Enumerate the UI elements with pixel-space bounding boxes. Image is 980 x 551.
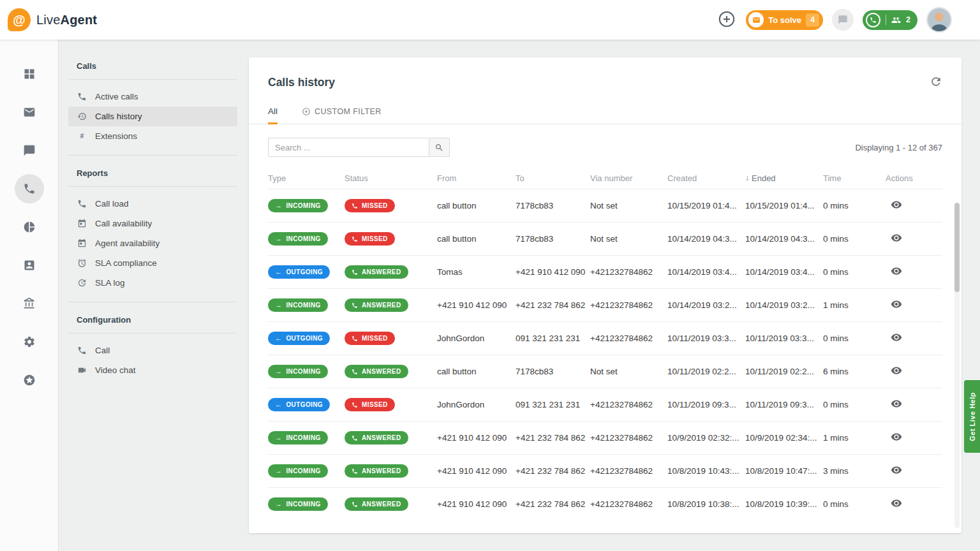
sidebar-item-call-load[interactable]: Call load [68,194,237,214]
created-cell: 10/15/2019 01:4... [667,201,745,210]
via-number-cell: +421232784862 [590,334,667,343]
column-header-type[interactable]: Type [268,173,345,183]
phone-icon [866,13,880,27]
status-cell: ANSWERED [345,431,437,444]
ended-cell: 10/15/2019 01:4... [745,201,823,210]
view-call-button[interactable] [889,330,903,346]
rail-item-pie[interactable] [0,208,59,246]
type-badge: ←OUTGOING [268,332,330,345]
view-call-button[interactable] [889,430,903,446]
sidebar-item-label: SLA log [95,278,125,288]
sidebar-item-call-availability[interactable]: Call availability [68,214,237,233]
add-new-button[interactable] [716,10,737,30]
call-row[interactable]: →INCOMINGMISSEDcall button7178cb83Not se… [268,222,942,255]
to-solve-button[interactable]: To solve 4 [746,10,823,30]
column-header-ended[interactable]: ↓Ended [745,173,823,183]
video-icon [77,365,87,375]
via-number-cell: +421232784862 [590,466,667,476]
call-row[interactable]: →INCOMINGMISSEDcall button7178cb83Not se… [268,189,942,222]
call-row[interactable]: →INCOMINGANSWEREDcall button7178cb83Not … [268,355,942,388]
call-row[interactable]: →INCOMINGANSWERED+421 910 412 090+421 23… [268,421,942,454]
call-row[interactable]: ←OUTGOINGANSWEREDTomas+421 910 412 090+4… [268,255,942,288]
column-label: Time [823,173,841,183]
column-header-to[interactable]: To [516,173,590,183]
sidebar-item-label: Active calls [95,92,138,101]
rail-item-phone[interactable] [0,170,59,208]
sidebar-item-video-chat[interactable]: Video chat [68,360,237,380]
rail-item-mail[interactable] [0,93,59,131]
sidebar-item-agent-availability[interactable]: Agent availability [68,233,237,253]
rail-item-gear[interactable] [0,323,59,361]
call-row[interactable]: ←OUTGOINGMISSEDJohnGordon091 321 231 231… [268,388,942,421]
refresh-button[interactable] [930,75,942,90]
rail-item-bank[interactable] [0,284,59,323]
tab-custom-filter[interactable]: CUSTOM FILTER [302,107,382,124]
view-call-button[interactable] [889,198,903,214]
ended-cell: 10/14/2019 03:4... [745,267,823,277]
sidebar-item-sla-compliance[interactable]: SLA compliance [68,253,237,273]
call-row[interactable]: ←OUTGOINGMISSEDJohnGordon091 321 231 231… [268,321,942,355]
tab-all[interactable]: All [268,107,278,124]
rail-item-grid[interactable] [0,55,59,93]
get-live-help-tab[interactable]: Get Live Help [964,380,980,453]
arrow-right-icon: → [275,501,282,508]
view-call-button[interactable] [889,297,903,313]
chats-button[interactable] [832,9,854,31]
view-call-button[interactable] [889,264,903,280]
column-header-via-number[interactable]: Via number [590,173,667,183]
sidebar-nav: CallsActive callsCalls history#Extension… [59,40,249,551]
icon-rail [0,40,59,551]
sidebar-item-extensions[interactable]: #Extensions [68,126,237,146]
scrollbar-thumb[interactable] [954,203,960,292]
table-body: →INCOMINGMISSEDcall button7178cb83Not se… [268,189,942,520]
column-header-time[interactable]: Time [823,173,886,183]
sidebar-item-sla-log[interactable]: SLA log [68,273,237,293]
column-header-from[interactable]: From [437,173,516,183]
time-cell: 1 mins [823,433,886,443]
phone-icon [15,174,44,203]
grid-icon [15,59,44,89]
call-row[interactable]: →INCOMINGANSWERED+421 910 412 090+421 23… [268,454,942,487]
actions-cell [886,231,942,247]
sidebar-item-calls-history[interactable]: Calls history [68,107,237,126]
sidebar-item-call[interactable]: Call [68,341,237,360]
brand-logo[interactable]: @ LiveAgent [8,8,97,31]
column-header-actions[interactable]: Actions [886,173,942,183]
phone-icon [77,346,87,355]
phone-status-button[interactable]: 2 [863,10,917,30]
column-header-created[interactable]: Created [667,173,745,183]
sidebar-item-active-calls[interactable]: Active calls [68,87,237,107]
view-call-button[interactable] [889,364,903,379]
rail-item-chat[interactable] [0,131,59,170]
status-badge: MISSED [345,232,395,246]
view-call-button[interactable] [889,496,903,512]
phone-icon [352,335,358,342]
rail-item-contacts[interactable] [0,246,59,284]
view-call-button[interactable] [889,463,903,479]
column-header-status[interactable]: Status [345,173,437,183]
eye-icon [891,298,902,310]
scrollbar[interactable] [954,203,960,528]
alarm-icon [77,258,87,268]
call-row[interactable]: →INCOMINGANSWERED+421 910 412 090+421 23… [268,288,942,321]
created-cell: 10/11/2019 02:2... [667,367,745,376]
nav-section-calls: CallsActive callsCalls history#Extension… [68,48,237,156]
phone-icon [77,92,87,101]
to-cell: +421 232 784 862 [516,300,590,310]
rail-item-star[interactable] [0,361,59,399]
phone-icon [352,501,358,508]
view-call-button[interactable] [889,231,903,247]
sidebar-item-label: Call load [95,199,129,209]
phone-icon [352,369,358,375]
view-call-button[interactable] [889,397,903,413]
phone-icon [352,402,358,408]
search-input[interactable] [268,138,429,157]
search-button[interactable] [429,138,450,157]
call-row[interactable]: →INCOMINGANSWERED+421 910 412 090+421 23… [268,487,942,520]
arrow-right-icon: → [275,235,282,242]
avatar[interactable] [926,7,952,33]
arrow-right-icon: → [275,434,282,441]
to-cell: 091 321 231 231 [516,334,590,343]
type-cell: ←OUTGOING [268,265,345,279]
to-solve-label: To solve [768,15,801,25]
